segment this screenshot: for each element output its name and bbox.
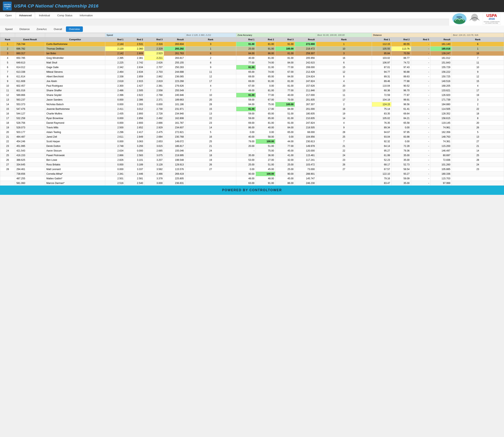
table-row: 9611.608Joe Abeln2.6182.9152.819223.2681… <box>0 79 504 84</box>
results-table-container: Speed Best: 2.120, 2.360, 2.211 Zone Acc… <box>0 33 504 186</box>
table-row: 28294.461Matt Leonard0.0003.3373.582115.… <box>0 167 504 172</box>
tab-advanced[interactable]: Advanced <box>16 12 35 19</box>
col-di-r3: Rnd 3 <box>411 37 430 42</box>
app-logo: CONTROL TOWER <box>3 2 12 10</box>
col-di-r2: Rnd 2 <box>391 37 411 42</box>
col-event-result: Event Result <box>15 37 45 42</box>
col-za-result: Result <box>295 37 316 42</box>
table-row: 24421.543Aaron Stocum2.6340.0002.685155.… <box>0 149 504 153</box>
table-body: 1716.744Curtis Bartholomew2.1442.5312.31… <box>0 42 504 186</box>
table-row: 27334.645Ross Brilakis0.0003.1893.128129… <box>0 162 504 167</box>
wings-logo: USPA <box>469 13 481 24</box>
svg-text:TOWER: TOWER <box>4 6 11 8</box>
speed-group-header: Speed <box>105 33 185 37</box>
col-sp-result: Result <box>164 37 185 42</box>
zone-group-header: Zone Accuracy <box>236 33 316 37</box>
table-row: 23451.995Derek Dutton2.7483.2933.615186.… <box>0 144 504 149</box>
table-row: 5649.613Matt Shull2.2252.7422.626255.155… <box>0 60 504 65</box>
subtab-distance[interactable]: Distance <box>17 26 33 32</box>
subtab-zoneacc[interactable]: ZoneAcc <box>33 26 50 32</box>
tab-open[interactable]: Open <box>2 12 15 19</box>
table-row: 19528.073Travis Mills2.5002.6522.929234.… <box>0 125 504 130</box>
table-row: 26388.625Ben Lowe2.8263.1013.207198.5481… <box>0 158 504 162</box>
table-row: 18528.756Daniel Raymond0.0002.6932.66616… <box>0 121 504 125</box>
results-table: Speed Best: 2.120, 2.360, 2.211 Zone Acc… <box>0 33 504 186</box>
zone-best-label: Best: 91.00, 100.00, 100.00 <box>316 33 372 37</box>
table-row: 581.060Marcos Darman*2.5162.5403.000236.… <box>0 181 504 186</box>
svg-text:2016: 2016 <box>489 17 495 20</box>
col-za-rank: Rank <box>316 37 372 42</box>
col-rank: Rank <box>0 37 15 42</box>
rank-group-header <box>0 33 15 37</box>
svg-text:USPA: USPA <box>486 13 497 18</box>
table-row: 15547.476Jeannie Bartholomew2.4113.0122.… <box>0 107 504 111</box>
table-row: 6614.012Gage Galle2.3422.6342.707250.283… <box>0 65 504 70</box>
col-di-r1: Rnd 1 <box>372 37 391 42</box>
col-za-r1: Rnd 1 <box>236 37 256 42</box>
col-sp-r3: Rnd 3 <box>144 37 164 42</box>
table-row: 10602.457Paul Rodriguez2.3002.4272.38127… <box>0 84 504 88</box>
event-result-group-header <box>15 33 45 37</box>
table-row: 14553.373Nicholas Batsch0.0002.3930.0001… <box>0 102 504 107</box>
subtab-overall[interactable]: Overall <box>50 26 65 32</box>
uspa-logo: USPA 2016 NATIONAL CHAMPIONSHIPS OF CANO… <box>483 13 501 24</box>
svg-text:NATIONAL CHAMPIONSHIPS: NATIONAL CHAMPIONSHIPS <box>484 21 500 22</box>
field-header-row: Rank Event Result Competitor Rnd 1 Rnd 2… <box>0 37 504 42</box>
hills-logo: Hills <box>452 13 466 24</box>
table-row: 11601.016Shane Shaffer2.4862.5052.558255… <box>0 88 504 93</box>
logo-area: Hills USPA USPA 2016 NATIONAL CHAMPIONSH… <box>449 12 504 26</box>
distance-best-label: Best: 124.15, 113.76, N/A <box>452 33 504 37</box>
table-row: 20503.177Adam Teeling2.2962.4172.475272.… <box>0 130 504 135</box>
tab-information[interactable]: Information <box>76 12 96 19</box>
footer-text: POWERED BY CONTROLTOWER <box>222 188 282 192</box>
competitor-group-header <box>45 33 105 37</box>
subtab-speed[interactable]: Speed <box>2 26 16 32</box>
col-za-r2: Rnd 2 <box>256 37 275 42</box>
svg-text:USPA: USPA <box>472 17 477 19</box>
table-row: 3660.317Ian Bobo2.1422.8092.523261.76368… <box>0 51 504 56</box>
table-row: 12589.866Shane Seydel2.3962.6222.768245.… <box>0 93 504 98</box>
table-row: 8611.614Albert Berchtold2.3382.8592.8622… <box>0 74 504 79</box>
table-row: 738.656Cornelia Mihai*2.3412.4462.466269… <box>0 172 504 176</box>
subtab-overview[interactable]: Overview <box>66 26 83 32</box>
main-nav: Open Advanced Individual Comp Status Inf… <box>0 12 449 19</box>
table-row: 25416.153Pawel Piotrowski2.8662.5833.075… <box>0 153 504 158</box>
table-row: 21484.487Jared Zell2.6112.8492.684230.76… <box>0 135 504 139</box>
table-row: 17532.258Ryan Brownlow0.0002.8562.492162… <box>0 116 504 121</box>
col-sp-r2: Rnd 2 <box>125 37 144 42</box>
table-row: 13563.237Jason Sanders0.0002.3862.371189… <box>0 98 504 102</box>
svg-point-5 <box>454 18 465 24</box>
col-za-r3: Rnd 3 <box>275 37 295 42</box>
table-row: 2696.782Thomas Dellibac2.1202.3602.32929… <box>0 47 504 51</box>
table-row: 16544.127Charlie Mullins2.4352.8932.7282… <box>0 111 504 116</box>
table-row: 1716.744Curtis Bartholomew2.1442.5312.31… <box>0 42 504 47</box>
table-row: 7613.338Mikeal Stevens2.4642.6342.703244… <box>0 70 504 74</box>
app-title: USPA CP National Championship 2016 <box>14 3 98 9</box>
svg-text:OF CANOPY PILOTING: OF CANOPY PILOTING <box>485 23 498 24</box>
column-group-row: Speed Best: 2.120, 2.360, 2.211 Zone Acc… <box>0 33 504 37</box>
tab-individual[interactable]: Individual <box>35 12 53 19</box>
table-row: 22454.246Scott Harper0.0003.0632.653149.… <box>0 139 504 144</box>
col-sp-rank: Rank <box>185 37 236 42</box>
table-row: 487.255Matteo Gattini*2.5012.5813.378225… <box>0 176 504 181</box>
speed-best-label: Best: 2.120, 2.360, 2.211 <box>185 33 236 37</box>
col-di-result: Result <box>430 37 452 42</box>
sub-nav: Speed Distance ZoneAcc Overall Overview <box>0 26 504 33</box>
tab-comp-status[interactable]: Comp Status <box>54 12 76 19</box>
table-row: 4650.785Greg Windmiller2.3952.3812.21128… <box>0 56 504 60</box>
col-sp-r1: Rnd 1 <box>105 37 125 42</box>
col-competitor: Competitor <box>45 37 105 42</box>
svg-text:CONTROL: CONTROL <box>4 4 11 6</box>
app-footer: POWERED BY CONTROLTOWER <box>0 186 504 195</box>
svg-text:Hills: Hills <box>457 16 462 19</box>
col-di-rank: Rank <box>452 37 504 42</box>
app-header: CONTROL TOWER USPA CP National Champions… <box>0 0 504 12</box>
distance-group-header: Distance <box>372 33 452 37</box>
